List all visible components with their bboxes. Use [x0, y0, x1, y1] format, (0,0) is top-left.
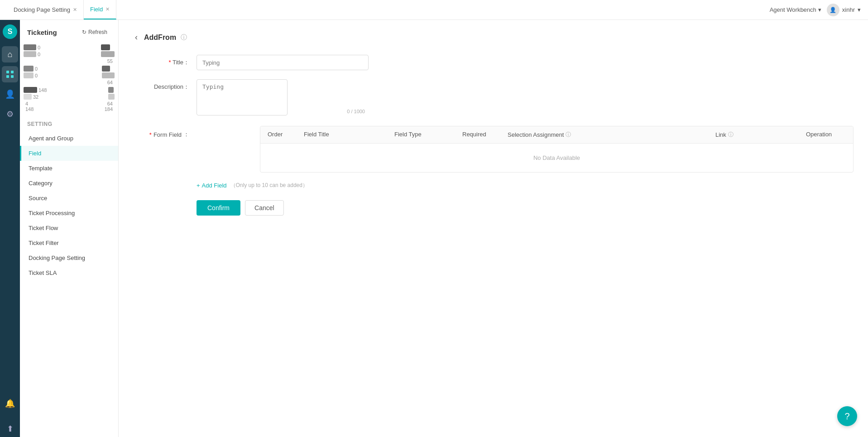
left-panel-title: Ticketing	[27, 29, 57, 36]
tab-label: Docking Page Setting	[14, 6, 70, 13]
sidebar-item-template[interactable]: Template	[20, 161, 118, 176]
main-layout: S ⌂ 👤 ⚙ 🔔 ⬆ Ticketing ↻ Refresh	[0, 20, 868, 437]
sidebar-item-source[interactable]: Source	[20, 191, 118, 206]
add-field-hint: （Only up to 10 can be added）	[230, 182, 308, 189]
username-label: xinhr	[842, 6, 855, 13]
chart-area: 0 0 55 0	[20, 41, 118, 114]
tab-label: Field	[90, 6, 103, 13]
nav-item-label: Docking Page Setting	[29, 255, 85, 261]
chart-val-11: 184	[105, 106, 113, 112]
th-operation: Operation	[799, 126, 853, 143]
title-field-row: * Title：	[133, 55, 854, 70]
plus-icon: +	[197, 182, 200, 189]
setting-section: Setting Agent and Group Field Template C…	[20, 114, 118, 282]
chart-val-3: 0	[35, 66, 38, 72]
form-field-row: * Form Field： Order Field Title Field Ty…	[133, 126, 854, 216]
sidebar-item-category[interactable]: Category	[20, 176, 118, 191]
svg-rect-2	[6, 75, 9, 78]
th-selection-assignment: Selection Assignment ⓘ	[500, 126, 708, 143]
action-buttons: Confirm Cancel	[197, 200, 854, 216]
sidebar-item-ticket-sla[interactable]: Ticket SLA	[20, 265, 118, 280]
cancel-button[interactable]: Cancel	[245, 200, 284, 216]
title-input[interactable]	[197, 55, 369, 70]
sidebar-item-docking-page-setting[interactable]: Docking Page Setting	[20, 250, 118, 265]
description-label: Description：	[133, 79, 197, 91]
nav-item-label: Ticket SLA	[29, 269, 57, 276]
agent-workbench-label: Agent Workbench	[770, 6, 816, 13]
sidebar-icon-bell[interactable]: 🔔	[2, 395, 18, 412]
description-textarea[interactable]	[197, 79, 288, 115]
left-panel-header: Ticketing ↻ Refresh	[20, 20, 118, 41]
th-field-type: Field Type	[387, 126, 455, 143]
description-counter: 0 / 1000	[347, 109, 365, 114]
chart-val-5: 64	[24, 80, 115, 85]
topbar: Docking Page Setting ✕ Field ✕ Agent Wor…	[0, 0, 868, 20]
th-order: Order	[260, 126, 297, 143]
sidebar-item-ticket-filter[interactable]: Ticket Filter	[20, 235, 118, 250]
icon-sidebar: S ⌂ 👤 ⚙ 🔔 ⬆	[0, 20, 20, 437]
sidebar-icon-settings[interactable]: ⚙	[2, 106, 18, 122]
sidebar-icon-upload[interactable]: ⬆	[2, 421, 18, 437]
confirm-button[interactable]: Confirm	[197, 200, 240, 216]
content-area: ‹ AddFrom ⓘ * Title： Description： 0 / 10…	[119, 20, 868, 437]
chart-val-10: 148	[25, 106, 34, 112]
description-wrapper: 0 / 1000	[197, 79, 369, 117]
user-menu[interactable]: 👤 xinhr ▾	[827, 4, 861, 16]
sidebar-item-ticket-flow[interactable]: Ticket Flow	[20, 221, 118, 235]
sidebar-icon-grid[interactable]	[2, 66, 18, 82]
form-field-label: * Form Field：	[133, 126, 197, 139]
svg-rect-0	[6, 71, 9, 73]
chart-val-4: 0	[35, 73, 38, 78]
svg-rect-3	[11, 75, 14, 78]
app-logo: S	[3, 24, 17, 39]
chart-val-7: 32	[33, 94, 38, 100]
sidebar-icon-home[interactable]: ⌂	[2, 46, 18, 62]
th-field-title: Field Title	[297, 126, 387, 143]
help-button[interactable]: ?	[837, 406, 857, 426]
chevron-down-icon: ▾	[818, 6, 821, 13]
field-table-header: Order Field Title Field Type Required Se	[260, 126, 853, 144]
th-required: Required	[455, 126, 500, 143]
textarea-inner: 0 / 1000	[197, 79, 369, 117]
page-header: ‹ AddFrom ⓘ	[133, 31, 854, 44]
chart-val-0: 0	[38, 45, 40, 50]
back-button[interactable]: ‹	[133, 31, 139, 44]
refresh-label: Refresh	[88, 29, 107, 35]
required-star: *	[149, 131, 152, 138]
refresh-button[interactable]: ↻ Refresh	[78, 27, 111, 37]
page-title: AddFrom	[144, 34, 176, 42]
description-field-row: Description： 0 / 1000	[133, 79, 854, 117]
nav-item-label: Template	[29, 165, 53, 172]
add-field-label: Add Field	[202, 182, 227, 189]
tab-docking-page-setting[interactable]: Docking Page Setting ✕	[7, 0, 84, 19]
link-info-icon[interactable]: ⓘ	[728, 131, 734, 139]
sidebar-item-agent-and-group[interactable]: Agent and Group	[20, 131, 118, 146]
sidebar-item-ticket-processing[interactable]: Ticket Processing	[20, 206, 118, 221]
chart-val-9: 64	[107, 101, 113, 106]
chart-val-8: 4	[25, 101, 28, 106]
sidebar-item-field[interactable]: Field	[20, 146, 118, 161]
svg-rect-1	[11, 71, 14, 73]
add-field-button[interactable]: + Add Field	[197, 182, 227, 189]
form-field-content: Order Field Title Field Type Required Se	[197, 126, 854, 216]
nav-item-label: Field	[29, 150, 41, 157]
setting-label: Setting	[20, 119, 118, 131]
topbar-tabs: Docking Page Setting ✕ Field ✕	[7, 0, 116, 19]
question-icon: ?	[844, 411, 849, 422]
close-icon[interactable]: ✕	[73, 7, 77, 13]
no-data-message: No Data Available	[260, 144, 853, 172]
nav-item-label: Agent and Group	[29, 135, 73, 142]
chevron-down-icon: ▾	[858, 6, 861, 13]
tab-field[interactable]: Field ✕	[84, 0, 116, 19]
add-field-row: + Add Field （Only up to 10 can be added）	[197, 182, 854, 189]
refresh-icon: ↻	[82, 29, 86, 35]
info-icon[interactable]: ⓘ	[181, 34, 187, 42]
nav-item-label: Source	[29, 195, 47, 202]
topbar-right: Agent Workbench ▾ 👤 xinhr ▾	[770, 4, 861, 16]
selection-info-icon[interactable]: ⓘ	[566, 131, 571, 139]
sidebar-icon-person[interactable]: 👤	[2, 86, 18, 102]
avatar: 👤	[827, 4, 839, 16]
required-star: *	[168, 59, 171, 66]
close-icon[interactable]: ✕	[106, 6, 110, 12]
agent-workbench-dropdown[interactable]: Agent Workbench ▾	[770, 6, 821, 13]
